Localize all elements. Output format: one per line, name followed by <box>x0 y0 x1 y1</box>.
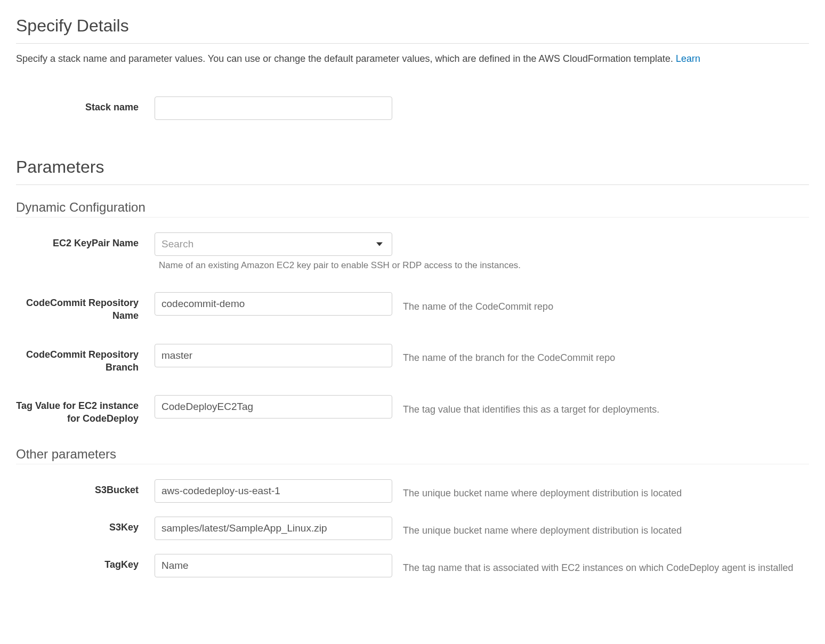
repo-name-input[interactable] <box>155 292 392 316</box>
label-s3bucket: S3Bucket <box>16 479 155 496</box>
page-title: Specify Details <box>16 16 809 36</box>
tagkey-input[interactable] <box>155 554 392 577</box>
s3bucket-input[interactable] <box>155 479 392 503</box>
intro-text: Specify a stack name and parameter value… <box>16 53 809 65</box>
tag-value-input[interactable] <box>155 395 392 418</box>
help-s3key: The unique bucket name where deployment … <box>403 520 682 536</box>
s3key-input[interactable] <box>155 517 392 540</box>
repo-branch-input[interactable] <box>155 344 392 367</box>
row-s3bucket: S3Bucket The unique bucket name where de… <box>16 479 809 503</box>
row-tagkey: TagKey The tag name that is associated w… <box>16 554 809 577</box>
label-tag-value: Tag Value for EC2 instance for CodeDeplo… <box>16 395 155 425</box>
other-params-divider <box>16 464 809 464</box>
learn-link[interactable]: Learn <box>676 53 700 64</box>
label-repo-name: CodeCommit Repository Name <box>16 292 155 323</box>
label-repo-branch: CodeCommit Repository Branch <box>16 344 155 374</box>
help-s3bucket: The unique bucket name where deployment … <box>403 482 682 499</box>
help-tag-value: The tag value that identifies this as a … <box>403 399 659 415</box>
row-repo-branch: CodeCommit Repository Branch The name of… <box>16 344 809 374</box>
parameters-divider <box>16 184 809 185</box>
other-params-heading: Other parameters <box>16 447 809 462</box>
label-s3key: S3Key <box>16 517 155 534</box>
row-ec2-keypair: EC2 KeyPair Name Search Name of an exist… <box>16 232 809 271</box>
label-ec2-keypair: EC2 KeyPair Name <box>16 232 155 249</box>
help-repo-name: The name of the CodeCommit repo <box>403 296 553 312</box>
parameters-heading: Parameters <box>16 157 809 177</box>
stack-name-input[interactable] <box>155 96 392 120</box>
row-tag-value: Tag Value for EC2 instance for CodeDeplo… <box>16 395 809 425</box>
intro-body: Specify a stack name and parameter value… <box>16 53 676 64</box>
dynamic-config-heading: Dynamic Configuration <box>16 200 809 215</box>
ec2-keypair-select[interactable]: Search <box>155 232 392 256</box>
title-divider <box>16 43 809 44</box>
help-ec2-keypair: Name of an existing Amazon EC2 key pair … <box>159 260 521 271</box>
row-repo-name: CodeCommit Repository Name The name of t… <box>16 292 809 323</box>
help-repo-branch: The name of the branch for the CodeCommi… <box>403 347 615 364</box>
row-stack-name: Stack name <box>16 96 809 120</box>
label-tagkey: TagKey <box>16 554 155 571</box>
help-tagkey: The tag name that is associated with EC2… <box>403 557 793 574</box>
dynamic-config-divider <box>16 217 809 218</box>
ec2-keypair-placeholder: Search <box>161 238 193 250</box>
row-s3key: S3Key The unique bucket name where deplo… <box>16 517 809 540</box>
label-stack-name: Stack name <box>16 96 155 114</box>
